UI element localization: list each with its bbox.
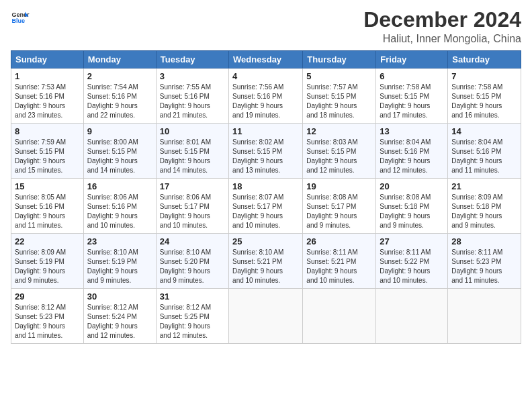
calendar-cell: 28 Sunrise: 8:11 AM Sunset: 5:23 PM Dayl… (448, 234, 521, 289)
day-info: Sunrise: 8:00 AM Sunset: 5:15 PM Dayligh… (87, 138, 138, 174)
calendar-cell: 3 Sunrise: 7:55 AM Sunset: 5:16 PM Dayli… (156, 68, 228, 124)
day-header-friday: Friday (376, 51, 448, 68)
day-info: Sunrise: 8:12 AM Sunset: 5:25 PM Dayligh… (160, 304, 211, 339)
calendar-cell: 10 Sunrise: 8:01 AM Sunset: 5:15 PM Dayl… (156, 124, 228, 179)
day-number: 28 (451, 236, 517, 246)
day-info: Sunrise: 7:55 AM Sunset: 5:16 PM Dayligh… (160, 83, 211, 119)
day-number: 1 (15, 71, 80, 81)
day-info: Sunrise: 8:06 AM Sunset: 5:17 PM Dayligh… (160, 193, 211, 229)
day-info: Sunrise: 8:08 AM Sunset: 5:17 PM Dayligh… (306, 193, 357, 229)
day-info: Sunrise: 8:10 AM Sunset: 5:20 PM Dayligh… (160, 248, 211, 284)
day-number: 21 (451, 181, 517, 191)
day-header-sunday: Sunday (11, 51, 84, 68)
day-info: Sunrise: 8:08 AM Sunset: 5:18 PM Dayligh… (380, 193, 431, 229)
day-number: 18 (232, 181, 299, 191)
day-number: 29 (15, 291, 80, 302)
calendar-cell: 11 Sunrise: 8:02 AM Sunset: 5:15 PM Dayl… (229, 124, 303, 179)
day-header-wednesday: Wednesday (229, 51, 303, 68)
day-info: Sunrise: 7:59 AM Sunset: 5:15 PM Dayligh… (15, 138, 66, 174)
page-header: General Blue December 2024 Haliut, Inner… (11, 8, 521, 45)
day-number: 30 (87, 291, 152, 302)
day-info: Sunrise: 8:09 AM Sunset: 5:18 PM Dayligh… (451, 193, 502, 229)
day-number: 10 (160, 126, 225, 136)
calendar-cell: 5 Sunrise: 7:57 AM Sunset: 5:15 PM Dayli… (303, 68, 376, 124)
day-info: Sunrise: 8:06 AM Sunset: 5:16 PM Dayligh… (87, 193, 138, 229)
day-info: Sunrise: 8:11 AM Sunset: 5:22 PM Dayligh… (380, 248, 431, 284)
day-info: Sunrise: 7:58 AM Sunset: 5:15 PM Dayligh… (380, 83, 431, 119)
page-container: General Blue December 2024 Haliut, Inner… (0, 0, 532, 411)
day-info: Sunrise: 8:10 AM Sunset: 5:21 PM Dayligh… (232, 248, 283, 284)
calendar-cell: 26 Sunrise: 8:11 AM Sunset: 5:21 PM Dayl… (303, 234, 376, 289)
calendar-cell: 27 Sunrise: 8:11 AM Sunset: 5:22 PM Dayl… (376, 234, 448, 289)
day-info: Sunrise: 8:11 AM Sunset: 5:21 PM Dayligh… (306, 248, 357, 284)
logo-icon: General Blue (11, 8, 30, 27)
location-subtitle: Haliut, Inner Mongolia, China (363, 33, 521, 45)
calendar-cell: 4 Sunrise: 7:56 AM Sunset: 5:16 PM Dayli… (229, 68, 303, 124)
day-info: Sunrise: 8:12 AM Sunset: 5:23 PM Dayligh… (15, 304, 66, 339)
calendar-cell: 16 Sunrise: 8:06 AM Sunset: 5:16 PM Dayl… (83, 179, 156, 234)
calendar-cell: 9 Sunrise: 8:00 AM Sunset: 5:15 PM Dayli… (83, 124, 156, 179)
day-number: 4 (232, 71, 299, 81)
calendar-cell: 15 Sunrise: 8:05 AM Sunset: 5:16 PM Dayl… (11, 179, 84, 234)
day-number: 9 (87, 126, 152, 136)
day-info: Sunrise: 7:53 AM Sunset: 5:16 PM Dayligh… (15, 83, 66, 119)
day-number: 11 (232, 126, 299, 136)
day-info: Sunrise: 8:09 AM Sunset: 5:19 PM Dayligh… (15, 248, 66, 284)
day-number: 3 (160, 71, 225, 81)
day-number: 19 (306, 181, 372, 191)
day-number: 25 (232, 236, 299, 246)
day-info: Sunrise: 8:04 AM Sunset: 5:16 PM Dayligh… (451, 138, 502, 174)
day-info: Sunrise: 8:11 AM Sunset: 5:23 PM Dayligh… (451, 248, 502, 284)
calendar-cell: 1 Sunrise: 7:53 AM Sunset: 5:16 PM Dayli… (11, 68, 84, 124)
day-info: Sunrise: 8:04 AM Sunset: 5:16 PM Dayligh… (380, 138, 431, 174)
day-header-monday: Monday (83, 51, 156, 68)
calendar-cell: 8 Sunrise: 7:59 AM Sunset: 5:15 PM Dayli… (11, 124, 84, 179)
day-info: Sunrise: 7:54 AM Sunset: 5:16 PM Dayligh… (87, 83, 138, 119)
day-number: 6 (380, 71, 444, 81)
calendar-cell: 25 Sunrise: 8:10 AM Sunset: 5:21 PM Dayl… (229, 234, 303, 289)
day-info: Sunrise: 7:56 AM Sunset: 5:16 PM Dayligh… (232, 83, 283, 119)
day-number: 15 (15, 181, 80, 191)
day-number: 7 (451, 71, 517, 81)
svg-text:Blue: Blue (11, 17, 25, 24)
calendar-table: SundayMondayTuesdayWednesdayThursdayFrid… (11, 50, 521, 344)
calendar-cell: 24 Sunrise: 8:10 AM Sunset: 5:20 PM Dayl… (156, 234, 228, 289)
calendar-cell: 19 Sunrise: 8:08 AM Sunset: 5:17 PM Dayl… (303, 179, 376, 234)
calendar-cell: 30 Sunrise: 8:12 AM Sunset: 5:24 PM Dayl… (83, 289, 156, 344)
calendar-cell (303, 289, 376, 344)
day-info: Sunrise: 8:05 AM Sunset: 5:16 PM Dayligh… (15, 193, 66, 229)
day-number: 27 (380, 236, 444, 246)
calendar-cell: 12 Sunrise: 8:03 AM Sunset: 5:15 PM Dayl… (303, 124, 376, 179)
day-info: Sunrise: 8:02 AM Sunset: 5:15 PM Dayligh… (232, 138, 283, 174)
calendar-cell: 18 Sunrise: 8:07 AM Sunset: 5:17 PM Dayl… (229, 179, 303, 234)
day-number: 2 (87, 71, 152, 81)
calendar-cell: 17 Sunrise: 8:06 AM Sunset: 5:17 PM Dayl… (156, 179, 228, 234)
day-number: 22 (15, 236, 80, 246)
month-title: December 2024 (363, 8, 521, 32)
day-number: 12 (306, 126, 372, 136)
calendar-cell: 20 Sunrise: 8:08 AM Sunset: 5:18 PM Dayl… (376, 179, 448, 234)
day-info: Sunrise: 8:07 AM Sunset: 5:17 PM Dayligh… (232, 193, 283, 229)
day-number: 14 (451, 126, 517, 136)
day-number: 23 (87, 236, 152, 246)
day-number: 26 (306, 236, 372, 246)
day-header-saturday: Saturday (448, 51, 521, 68)
calendar-cell: 21 Sunrise: 8:09 AM Sunset: 5:18 PM Dayl… (448, 179, 521, 234)
calendar-cell: 31 Sunrise: 8:12 AM Sunset: 5:25 PM Dayl… (156, 289, 228, 344)
day-number: 20 (380, 181, 444, 191)
day-info: Sunrise: 7:58 AM Sunset: 5:15 PM Dayligh… (451, 83, 502, 119)
day-number: 24 (160, 236, 225, 246)
calendar-cell: 6 Sunrise: 7:58 AM Sunset: 5:15 PM Dayli… (376, 68, 448, 124)
calendar-cell: 13 Sunrise: 8:04 AM Sunset: 5:16 PM Dayl… (376, 124, 448, 179)
calendar-cell (448, 289, 521, 344)
calendar-cell (229, 289, 303, 344)
day-header-tuesday: Tuesday (156, 51, 228, 68)
day-info: Sunrise: 8:03 AM Sunset: 5:15 PM Dayligh… (306, 138, 357, 174)
day-info: Sunrise: 8:12 AM Sunset: 5:24 PM Dayligh… (87, 304, 138, 339)
day-info: Sunrise: 8:01 AM Sunset: 5:15 PM Dayligh… (160, 138, 211, 174)
title-block: December 2024 Haliut, Inner Mongolia, Ch… (363, 8, 521, 45)
day-header-thursday: Thursday (303, 51, 376, 68)
day-number: 17 (160, 181, 225, 191)
logo: General Blue (11, 8, 30, 27)
day-info: Sunrise: 7:57 AM Sunset: 5:15 PM Dayligh… (306, 83, 357, 119)
